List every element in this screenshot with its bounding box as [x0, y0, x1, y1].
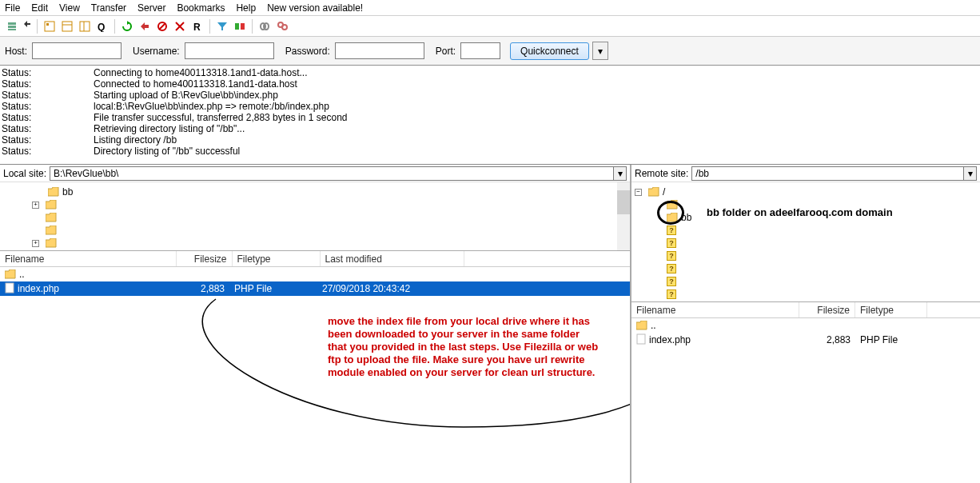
- port-input[interactable]: [460, 42, 500, 59]
- unknown-folder-icon: ?: [667, 264, 676, 273]
- password-input[interactable]: [335, 42, 424, 59]
- col-modified[interactable]: Last modified: [321, 251, 464, 266]
- toggle-log-icon[interactable]: [60, 19, 74, 34]
- log-row: Status:Listing directory /bb: [0, 134, 980, 146]
- local-site-dropdown[interactable]: ▾: [614, 166, 627, 181]
- folder-icon: [636, 321, 647, 330]
- remote-tree[interactable]: −/ bb ? ? ? ? ? ? bb folder on adeelfaro…: [631, 182, 980, 302]
- toolbar: Q R: [0, 16, 980, 37]
- host-input[interactable]: [32, 42, 122, 59]
- annotation-circle: [657, 201, 684, 225]
- menu-view[interactable]: View: [59, 2, 80, 14]
- remote-site-label: Remote site:: [635, 168, 688, 179]
- toggle-queue-icon[interactable]: Q: [95, 19, 110, 34]
- menu-help[interactable]: Help: [236, 2, 256, 14]
- search-icon[interactable]: [275, 19, 289, 34]
- menu-bookmarks[interactable]: Bookmarks: [177, 2, 225, 14]
- local-site-input[interactable]: [50, 166, 614, 181]
- menu-transfer[interactable]: Transfer: [91, 2, 126, 14]
- local-tree[interactable]: bb + +: [0, 182, 630, 251]
- remote-pane: Remote site: ▾ −/ bb ? ? ? ? ? ? bb fold…: [631, 165, 980, 483]
- svg-rect-15: [235, 23, 239, 30]
- expand-icon[interactable]: +: [32, 240, 39, 247]
- unknown-folder-icon: ?: [667, 277, 676, 286]
- log-row: Status:Retrieving directory listing of "…: [0, 123, 980, 134]
- svg-rect-0: [8, 22, 16, 25]
- col-filesize[interactable]: Filesize: [799, 302, 855, 317]
- folder-icon: [46, 238, 57, 248]
- folder-icon: [46, 200, 57, 210]
- log-row: Status:Starting upload of B:\RevGlue\bb\…: [0, 90, 980, 101]
- file-row[interactable]: index.php 2,883 PHP File 27/09/2018 20:4…: [0, 281, 630, 296]
- menu-server[interactable]: Server: [137, 2, 165, 14]
- file-icon: [636, 333, 646, 347]
- menu-file[interactable]: File: [5, 2, 20, 14]
- scrollbar[interactable]: [617, 182, 630, 250]
- log-row: Status:Directory listing of "/bb" succes…: [0, 146, 980, 157]
- log-row: Status:local:B:\RevGlue\bb\index.php => …: [0, 101, 980, 112]
- local-pane: Local site: ▾ bb + + Filename Filesize F…: [0, 165, 631, 483]
- connection-bar: Host: Username: Password: Port: Quickcon…: [0, 37, 980, 66]
- folder-icon: [46, 226, 57, 235]
- log-row: Status:Connected to home400113318.1and1-…: [0, 78, 980, 90]
- remote-site-input[interactable]: [691, 166, 964, 181]
- toggle-tree-icon[interactable]: [78, 19, 92, 34]
- quickconnect-button[interactable]: Quickconnect: [510, 42, 589, 60]
- disconnect-icon[interactable]: [173, 19, 187, 34]
- remote-file-list[interactable]: .. index.php 2,883 PHP File: [631, 318, 980, 483]
- sitemanager-icon[interactable]: [42, 19, 57, 34]
- tree-node-root[interactable]: /: [663, 186, 665, 198]
- collapse-icon[interactable]: −: [635, 189, 642, 196]
- col-filesize[interactable]: Filesize: [177, 251, 233, 266]
- file-icon: [5, 282, 14, 296]
- folder-icon: [46, 213, 57, 222]
- tree-node-bb[interactable]: bb: [62, 186, 73, 198]
- unknown-folder-icon: ?: [667, 226, 676, 235]
- svg-line-11: [159, 23, 165, 30]
- annotation-text: move the index file from your local driv…: [328, 315, 600, 379]
- username-input[interactable]: [185, 42, 274, 59]
- col-filename[interactable]: Filename: [0, 251, 177, 266]
- username-label: Username:: [133, 46, 180, 57]
- col-filetype[interactable]: Filetype: [855, 302, 927, 317]
- svg-rect-16: [241, 23, 245, 30]
- svg-text:Q: Q: [98, 22, 105, 32]
- remote-site-dropdown[interactable]: ▾: [964, 166, 977, 181]
- local-file-list[interactable]: .. index.php 2,883 PHP File 27/09/2018 2…: [0, 267, 630, 483]
- svg-rect-4: [46, 23, 49, 26]
- host-label: Host:: [5, 46, 27, 57]
- compare-icon[interactable]: [233, 19, 247, 34]
- refresh-icon[interactable]: [120, 19, 134, 34]
- svg-point-20: [282, 25, 287, 30]
- folder-icon: [5, 269, 16, 279]
- filter-icon[interactable]: [215, 19, 229, 34]
- menu-edit[interactable]: Edit: [31, 2, 48, 14]
- svg-rect-22: [637, 334, 645, 344]
- remote-file-header: Filename Filesize Filetype: [631, 302, 980, 318]
- svg-rect-7: [80, 22, 90, 31]
- process-queue-icon[interactable]: [137, 19, 152, 34]
- local-site-label: Local site:: [3, 168, 46, 179]
- col-filetype[interactable]: Filetype: [233, 251, 321, 266]
- expand-icon[interactable]: +: [32, 202, 39, 209]
- file-row[interactable]: index.php 2,883 PHP File: [631, 333, 980, 347]
- menubar: File Edit View Transfer Server Bookmarks…: [0, 0, 980, 16]
- password-label: Password:: [285, 46, 330, 57]
- local-file-header: Filename Filesize Filetype Last modified: [0, 251, 630, 267]
- svg-rect-2: [8, 29, 16, 30]
- log-pane[interactable]: Status:Connecting to home400113318.1and1…: [0, 66, 980, 165]
- sync-browse-icon[interactable]: [257, 19, 272, 34]
- col-filename[interactable]: Filename: [631, 302, 799, 317]
- server-icon[interactable]: [5, 19, 19, 34]
- unknown-folder-icon: ?: [667, 289, 676, 299]
- menu-new-version[interactable]: New version available!: [267, 2, 363, 14]
- svg-rect-5: [62, 22, 72, 31]
- svg-text:R: R: [193, 22, 201, 32]
- file-row-up[interactable]: ..: [0, 267, 630, 281]
- file-row-up[interactable]: ..: [631, 318, 980, 333]
- cancel-icon[interactable]: [155, 19, 169, 34]
- reconnect-icon[interactable]: R: [190, 19, 205, 34]
- folder-icon: [648, 187, 659, 197]
- svg-rect-1: [8, 26, 16, 28]
- quickconnect-dropdown[interactable]: ▾: [592, 42, 608, 60]
